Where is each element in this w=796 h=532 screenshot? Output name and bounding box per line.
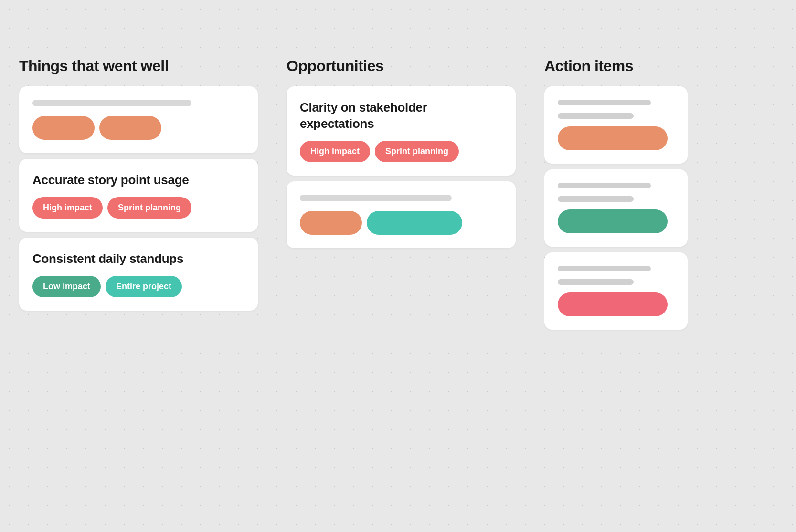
cards-opportunities: Clarity on stakeholder expectations High… xyxy=(287,86,516,248)
tag-placeholder-action-1 xyxy=(558,126,668,150)
card-placeholder-1 xyxy=(19,86,258,153)
column-title-action-items: Action items xyxy=(544,57,688,75)
tag-sprint-planning-story[interactable]: Sprint planning xyxy=(107,197,191,219)
card-title-story-points: Accurate story point usage xyxy=(32,172,244,188)
cards-went-well: Accurate story point usage High impact S… xyxy=(19,86,258,311)
partial-line-3b xyxy=(558,279,634,285)
column-went-well: Things that went well Accurate story poi… xyxy=(19,57,258,513)
tags-row-stakeholder: High impact Sprint planning xyxy=(300,141,502,162)
card-story-points: Accurate story point usage High impact S… xyxy=(19,159,258,232)
tag-placeholder-action-2 xyxy=(558,209,668,233)
tag-placeholder-salmon-opp xyxy=(300,211,362,235)
cards-action-items xyxy=(544,86,688,330)
partial-line-3a xyxy=(558,266,651,271)
column-title-opportunities: Opportunities xyxy=(287,57,516,75)
partial-line-1a xyxy=(558,100,651,105)
card-action-2 xyxy=(544,169,688,247)
tag-placeholder-salmon-2 xyxy=(99,116,161,140)
tags-row-action-1 xyxy=(558,126,674,150)
card-title-stakeholder: Clarity on stakeholder expectations xyxy=(300,100,502,132)
column-opportunities: Opportunities Clarity on stakeholder exp… xyxy=(287,57,516,513)
partial-line-1b xyxy=(558,113,634,119)
tag-placeholder-teal-opp xyxy=(367,211,462,235)
tag-low-impact-standups[interactable]: Low impact xyxy=(32,276,101,297)
tags-row xyxy=(32,116,244,140)
card-action-3 xyxy=(544,252,688,330)
tags-row-story-points: High impact Sprint planning xyxy=(32,197,244,219)
card-action-1 xyxy=(544,86,688,164)
page-container: Things that went well Accurate story poi… xyxy=(0,0,796,532)
tag-high-impact-story[interactable]: High impact xyxy=(32,197,103,219)
card-placeholder-opp xyxy=(287,181,516,248)
partial-line-2b xyxy=(558,196,634,202)
tags-row-opp-placeholder xyxy=(300,211,502,235)
tags-row-action-2 xyxy=(558,209,674,233)
placeholder-line-opp xyxy=(300,195,452,201)
tags-row-standups: Low impact Entire project xyxy=(32,276,244,297)
column-action-items: Action items xyxy=(544,57,688,513)
placeholder-line xyxy=(32,100,191,106)
tag-placeholder-salmon-1 xyxy=(32,116,95,140)
tag-high-impact-stakeholder[interactable]: High impact xyxy=(300,141,370,162)
tag-sprint-planning-stakeholder[interactable]: Sprint planning xyxy=(375,141,459,162)
tag-entire-project-standups[interactable]: Entire project xyxy=(106,276,182,297)
card-standups: Consistent daily standups Low impact Ent… xyxy=(19,238,258,311)
column-title-went-well: Things that went well xyxy=(19,57,258,75)
card-stakeholder: Clarity on stakeholder expectations High… xyxy=(287,86,516,176)
tags-row-action-3 xyxy=(558,292,674,316)
tag-placeholder-action-3 xyxy=(558,292,668,316)
card-title-standups: Consistent daily standups xyxy=(32,251,244,267)
partial-line-2a xyxy=(558,183,651,188)
